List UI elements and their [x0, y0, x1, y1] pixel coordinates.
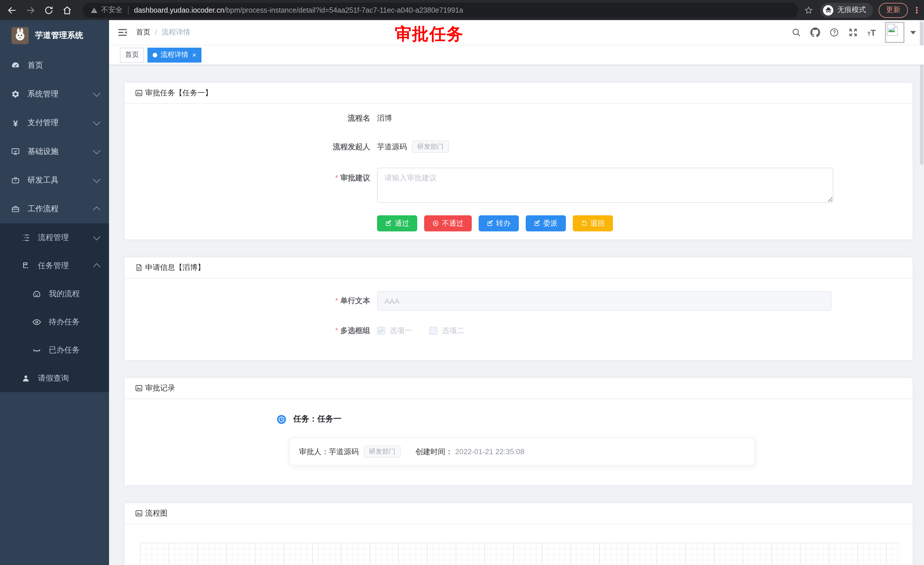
- github-icon[interactable]: [811, 27, 820, 37]
- record-detail-card: 审批人： 芋道源码 研发部门 创建时间： 2022-01-21 22:35:08: [289, 437, 755, 466]
- forward-icon[interactable]: [25, 5, 36, 15]
- text-field-input: AAA: [377, 291, 832, 311]
- page-scrollbar[interactable]: [920, 20, 924, 565]
- button-label: 退回: [590, 218, 604, 228]
- approver-value: 芋道源码: [329, 446, 359, 457]
- dept-tag: 研发部门: [364, 446, 400, 458]
- sidebar-item-payment[interactable]: ¥ 支付管理: [0, 108, 109, 137]
- reload-icon[interactable]: [44, 5, 54, 15]
- task-title: 任务：任务一: [293, 414, 342, 424]
- sidebar-item-leave-query[interactable]: 请假查询: [0, 364, 109, 392]
- sidebar-item-task-mgmt[interactable]: 任务管理: [0, 251, 109, 279]
- url-bar[interactable]: 不安全 dashboard.yudao.iocoder.cn/bpm/proce…: [82, 3, 798, 18]
- sidebar-spacer: [0, 392, 109, 564]
- card-header: 申请信息【滔博】: [124, 257, 912, 278]
- chrome-update-button[interactable]: 更新: [879, 3, 908, 18]
- url-path: /bpm/process-instance/detail?id=54aa251f…: [224, 6, 463, 14]
- card-title: 审批记录: [145, 383, 175, 393]
- eye-icon: [32, 317, 41, 326]
- help-icon[interactable]: [830, 27, 839, 37]
- search-icon[interactable]: [792, 27, 801, 37]
- initiator-row: 流程发起人 芋道源码 研发部门: [136, 141, 901, 153]
- sidebar-item-label: 请假查询: [38, 373, 69, 383]
- monitor-icon: [11, 147, 20, 156]
- sidebar-fold-icon[interactable]: [117, 27, 128, 38]
- sidebar: 芋道管理系统 首页 系统管理 ¥ 支付管理 基础设施: [0, 20, 109, 565]
- security-label[interactable]: 不安全: [101, 5, 123, 15]
- chevron-down-icon: [93, 233, 100, 240]
- incognito-badge: 无痕模式: [820, 3, 873, 18]
- sidebar-item-label: 研发工具: [27, 175, 58, 185]
- sidebar-item-infra[interactable]: 基础设施: [0, 137, 109, 166]
- edit-icon: [534, 220, 540, 227]
- chevron-down-icon: [93, 176, 100, 183]
- delegate-button[interactable]: 委派: [525, 215, 566, 231]
- tab-process-detail[interactable]: 流程详情 ×: [147, 47, 201, 62]
- close-icon[interactable]: ×: [192, 51, 196, 58]
- return-button[interactable]: 退回: [573, 215, 613, 231]
- bookmark-star-icon[interactable]: [804, 6, 813, 15]
- process-name-value: 滔博: [377, 113, 392, 123]
- home-icon[interactable]: [62, 5, 72, 15]
- back-icon[interactable]: [7, 5, 17, 15]
- approve-button[interactable]: 通过: [377, 215, 417, 231]
- breadcrumb-current: 流程详情: [162, 27, 190, 37]
- bpmn-grid-canvas[interactable]: [140, 542, 899, 565]
- card-title: 流程图: [145, 508, 168, 518]
- chevron-down-icon: [93, 147, 100, 154]
- checkbox-option-1: 选项一: [377, 326, 412, 336]
- checkbox-label: 选项一: [390, 326, 412, 336]
- tab-home[interactable]: 首页: [120, 47, 144, 62]
- app-logo-row[interactable]: 芋道管理系统: [0, 20, 109, 51]
- incognito-icon: [823, 5, 833, 15]
- approval-record-card: 审批记录 任务：任务一 审批人： 芋道源码 研发部门 创建时间： 2022-01: [124, 377, 913, 486]
- breadcrumb-separator: /: [155, 29, 157, 36]
- circle-x-icon: [432, 220, 439, 227]
- checkbox-option-2: 选项二: [429, 326, 464, 336]
- sidebar-item-label: 首页: [27, 60, 43, 71]
- process-name-label: 流程名: [136, 113, 377, 123]
- scrollbar-thumb[interactable]: [920, 21, 923, 165]
- sidebar-item-home[interactable]: 首页: [0, 51, 109, 80]
- picture-icon: [135, 384, 143, 392]
- application-info-card: 申请信息【滔博】 单行文本 AAA 多选框组 选项一: [124, 257, 913, 361]
- dept-tag: 研发部门: [412, 141, 449, 153]
- text-field-label: 单行文本: [136, 296, 377, 306]
- font-size-icon[interactable]: TT: [867, 28, 876, 37]
- sidebar-item-system[interactable]: 系统管理: [0, 80, 109, 108]
- suggestion-textarea[interactable]: [377, 168, 833, 203]
- sidebar-item-my-process[interactable]: 我的流程: [0, 279, 109, 308]
- sidebar-item-workflow[interactable]: 工作流程: [0, 195, 109, 223]
- yen-icon: ¥: [11, 118, 20, 128]
- app-logo: [12, 27, 29, 44]
- initiator-value: 芋道源码: [377, 141, 407, 152]
- reject-button[interactable]: 不通过: [424, 215, 471, 231]
- sidebar-item-todo-tasks[interactable]: 待办任务: [0, 308, 109, 336]
- checkbox-unchecked-icon: [429, 327, 437, 335]
- suggestion-label: 审批建议: [136, 168, 377, 183]
- org-tree-icon: [21, 261, 30, 270]
- picture-icon: [135, 89, 143, 97]
- workflow-submenu: 流程管理 任务管理 我的流程 待办任务 已办: [0, 223, 109, 392]
- sidebar-item-label: 待办任务: [49, 317, 80, 327]
- process-name-row: 流程名 滔博: [136, 113, 901, 123]
- checkbox-label: 选项二: [442, 326, 464, 336]
- sidebar-item-done-tasks[interactable]: 已办任务: [0, 336, 109, 364]
- card-header: 审批任务【任务一】: [124, 83, 912, 104]
- sidebar-item-devtools[interactable]: 研发工具: [0, 166, 109, 195]
- timeline-item-head: 任务：任务一: [277, 414, 912, 424]
- tab-label: 流程详情: [161, 50, 188, 60]
- breadcrumb-home[interactable]: 首页: [136, 27, 150, 37]
- sidebar-item-process-mgmt[interactable]: 流程管理: [0, 223, 109, 251]
- avatar[interactable]: [885, 22, 904, 43]
- avatar-caret-icon[interactable]: [910, 31, 916, 34]
- browser-menu-icon[interactable]: ⋮: [912, 5, 920, 15]
- transfer-button[interactable]: 转办: [478, 215, 519, 231]
- fullscreen-icon[interactable]: [849, 27, 858, 37]
- chevron-down-icon: [93, 118, 100, 125]
- not-secure-warning-icon: [91, 7, 98, 14]
- card-header: 审批记录: [124, 378, 912, 399]
- app-title: 芋道管理系统: [35, 30, 83, 41]
- sidebar-item-label: 任务管理: [38, 260, 69, 271]
- edit-icon: [486, 220, 493, 227]
